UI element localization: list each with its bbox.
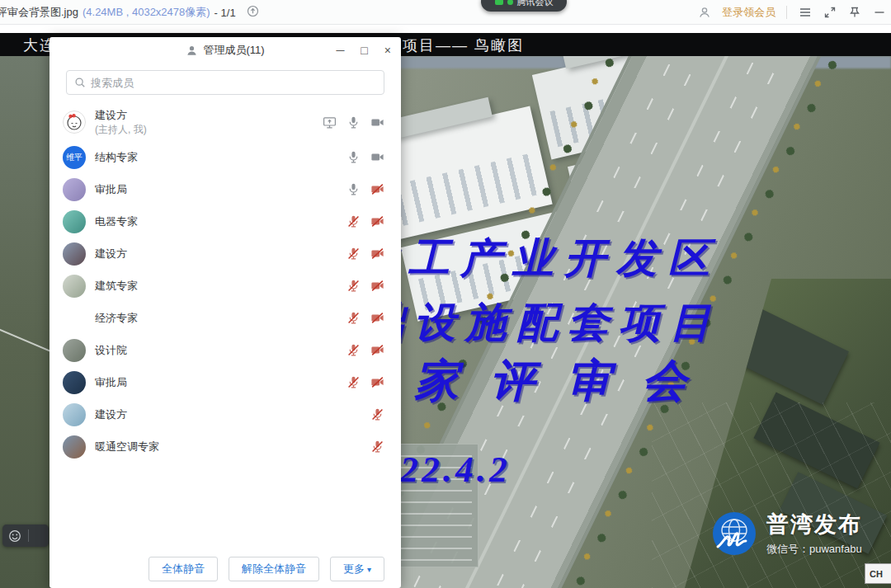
camera-on-dot [495,0,503,5]
mic-on-dot [507,0,513,5]
avatar [63,210,86,233]
mic-on-icon[interactable] [346,182,361,197]
member-name: 结构专家 [95,151,337,164]
member-status-icons [322,115,384,129]
member-list: 建设方 (主持人, 我) 维平 结构专家 审批局 [50,100,401,550]
document-filename: 评审会背景图.jpg [0,5,78,20]
search-icon [74,77,86,88]
reaction-toolbar[interactable] [2,524,49,547]
member-row[interactable]: 建筑专家 [63,270,384,302]
more-button[interactable]: 更多▾ [330,557,384,581]
members-icon [186,45,198,57]
ime-indicator[interactable]: CH [865,563,891,584]
cam-off-icon[interactable] [370,214,384,229]
cam-on-icon[interactable] [370,150,384,165]
avatar [63,371,86,394]
mic-on-icon[interactable] [346,115,361,129]
watermark-title: 普湾发布 [766,510,862,539]
screen-share-icon[interactable] [322,115,337,129]
search-members-input[interactable] [91,77,376,89]
mic-off-icon[interactable] [346,343,361,358]
panel-footer: 全体静音 解除全体静音 更多▾ [50,550,401,588]
member-name: 建设方 [95,247,337,261]
member-status-icons [346,311,384,326]
minimize-window-icon[interactable] [872,6,886,20]
left-terrain [0,56,53,588]
cam-off-icon[interactable] [370,182,384,197]
member-row[interactable]: 建设方 (主持人, 我) [63,103,384,141]
globe-logo-icon [711,510,757,557]
mic-off-icon[interactable] [346,311,361,326]
cam-off-icon[interactable] [370,375,384,390]
avatar [63,178,86,201]
fullscreen-icon[interactable] [823,6,837,20]
panel-close-button[interactable]: × [384,45,391,56]
member-status-icons [346,375,384,390]
image-title-right: 项目—— 鸟瞰图 [403,35,524,55]
member-row[interactable]: 维平 结构专家 [63,141,384,173]
member-row[interactable]: 建设方 [63,238,384,270]
document-file-meta: (4.24MB , 4032x2478像素) [82,5,210,20]
search-box [66,70,384,95]
member-status-icons [346,150,384,165]
member-name: 审批局 [95,376,337,389]
member-name: 建设方 [95,408,361,421]
login-member-link[interactable]: 登录领会员 [722,5,776,20]
mic-off-icon[interactable] [370,407,384,422]
cam-off-icon[interactable] [370,343,384,358]
smiley-icon[interactable] [8,529,21,543]
avatar [63,242,86,266]
cam-on-icon[interactable] [370,115,384,129]
member-name: 暖通空调专家 [95,440,361,454]
mic-off-icon[interactable] [370,440,384,454]
member-name: 设计院 [95,344,337,357]
avatar [63,403,86,426]
avatar [63,307,86,330]
upload-icon[interactable] [247,5,259,20]
avatar [63,339,86,362]
mic-off-icon[interactable] [346,279,361,294]
publisher-watermark: 普湾发布 微信号：puwanfabu [711,510,862,557]
member-row[interactable]: 审批局 [63,366,384,398]
unmute-all-button[interactable]: 解除全体静音 [229,557,319,581]
member-name: 审批局 [95,183,337,196]
user-avatar-icon [697,6,711,20]
member-status-icons [346,343,384,358]
panel-minimize-button[interactable]: ─ [336,45,344,56]
member-row[interactable]: 经济专家 [63,302,384,334]
meeting-app-pill[interactable]: 腾讯会议 [481,0,567,12]
mute-all-button[interactable]: 全体静音 [148,557,218,581]
chevron-down-icon: ▾ [367,565,371,574]
document-title: 评审会背景图.jpg (4.24MB , 4032x2478像素) - 1/1 [0,5,259,20]
member-name: 电器专家 [95,215,337,228]
cam-off-icon[interactable] [370,279,384,294]
member-name: 建筑专家 [95,280,337,293]
overlay-text-line1: 化工产业开发区 [356,231,720,286]
toolbar-divider [28,529,29,542]
member-row[interactable]: 暖通空调专家 [63,430,384,463]
mic-off-icon[interactable] [346,214,361,229]
mic-off-icon[interactable] [346,375,361,390]
member-row[interactable]: 审批局 [63,173,384,205]
member-row[interactable]: 设计院 [63,334,384,366]
watermark-subtitle: 微信号：puwanfabu [766,542,862,557]
avatar [63,275,86,298]
menu-icon[interactable] [798,6,812,20]
member-row[interactable]: 电器专家 [63,205,384,238]
browser-toolbar: 评审会背景图.jpg (4.24MB , 4032x2478像素) - 1/1 … [0,0,891,25]
avatar [63,435,86,459]
member-status-icons [346,279,384,294]
mic-on-icon[interactable] [346,150,361,165]
cam-off-icon[interactable] [370,311,384,326]
field-grid-lines [652,402,891,588]
avatar: 维平 [63,146,86,169]
member-status-icons [346,182,384,197]
member-row[interactable]: 建设方 [63,398,384,430]
page-indicator: - 1/1 [214,7,236,19]
avatar [63,111,86,134]
pin-icon[interactable] [847,6,861,20]
mic-off-icon[interactable] [346,247,361,261]
cam-off-icon[interactable] [370,247,384,261]
member-status-icons [346,214,384,229]
panel-maximize-button[interactable]: □ [361,45,367,56]
